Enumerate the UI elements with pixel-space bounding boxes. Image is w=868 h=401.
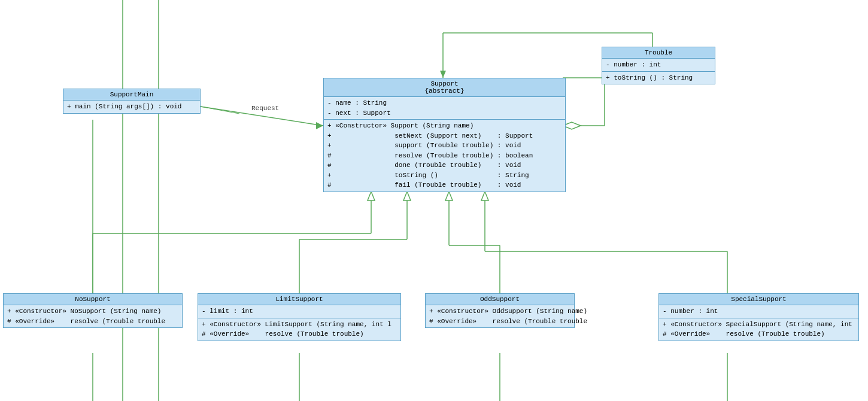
oddsupport-class-box: OddSupport + «Constructor» OddSupport (S… (425, 293, 575, 328)
supportmain-class-name: SupportMain (110, 91, 154, 98)
support-method-2: + setNext (Support next) : Support (327, 131, 562, 141)
support-attr-2: - next : Support (327, 108, 562, 119)
support-methods: + «Constructor» Support (String name) + … (324, 120, 565, 192)
trouble-methods: + toString () : String (602, 72, 715, 84)
limitsupport-class-name: LimitSupport (275, 296, 323, 303)
limitsupport-attributes: - limit : int (198, 305, 400, 318)
nosupport-method-2: # «Override» resolve (Trouble trouble (7, 317, 178, 327)
supportmain-class-box: SupportMain + main (String args[]) : voi… (63, 89, 201, 114)
specialsupport-attr-1: - number : int (663, 306, 855, 317)
svg-marker-24 (445, 192, 453, 200)
oddsupport-method-2: # «Override» resolve (Trouble trouble (429, 317, 570, 327)
specialsupport-method-2: # «Override» resolve (Trouble trouble) (663, 329, 855, 339)
specialsupport-methods: + «Constructor» SpecialSupport (String n… (659, 318, 858, 341)
svg-marker-20 (403, 192, 411, 200)
support-class-stereotype: {abstract} (424, 87, 464, 95)
limitsupport-attr-1: - limit : int (202, 306, 397, 317)
support-attributes: - name : String - next : Support (324, 97, 565, 120)
trouble-class-name: Trouble (645, 49, 672, 56)
limitsupport-method-2: # «Override» resolve (Trouble trouble) (202, 329, 397, 339)
limitsupport-class-box: LimitSupport - limit : int + «Constructo… (198, 293, 401, 341)
connections-svg (0, 0, 868, 401)
uml-diagram: Trouble - number : int + toString () : S… (0, 0, 868, 401)
specialsupport-method-1: + «Constructor» SpecialSupport (String n… (663, 320, 855, 330)
svg-marker-7 (316, 122, 323, 129)
request-label: Request (251, 105, 279, 112)
nosupport-class-title: NoSupport (4, 294, 182, 305)
oddsupport-methods: + «Constructor» OddSupport (String name)… (426, 305, 574, 327)
nosupport-class-name: NoSupport (75, 296, 110, 303)
specialsupport-class-title: SpecialSupport (659, 294, 858, 305)
trouble-attributes: - number : int (602, 59, 715, 72)
trouble-class-title: Trouble (602, 47, 715, 59)
oddsupport-class-title: OddSupport (426, 294, 574, 305)
trouble-attr-1: - number : int (606, 60, 711, 70)
specialsupport-attributes: - number : int (659, 305, 858, 318)
trouble-class-box: Trouble - number : int + toString () : S… (602, 47, 715, 84)
svg-line-34 (201, 107, 239, 114)
specialsupport-class-box: SpecialSupport - number : int + «Constru… (658, 293, 859, 341)
oddsupport-method-1: + «Constructor» OddSupport (String name) (429, 306, 570, 317)
limitsupport-method-1: + «Constructor» LimitSupport (String nam… (202, 320, 397, 330)
supportmain-methods: + main (String args[]) : void (63, 101, 200, 113)
support-method-6: + toString () : String (327, 171, 562, 181)
nosupport-class-box: NoSupport + «Constructor» NoSupport (Str… (3, 293, 183, 328)
trouble-method-1: + toString () : String (606, 73, 711, 83)
limitsupport-class-title: LimitSupport (198, 294, 400, 305)
nosupport-method-1: + «Constructor» NoSupport (String name) (7, 306, 178, 317)
supportmain-class-title: SupportMain (63, 89, 200, 101)
support-class-box: Support {abstract} - name : String - nex… (323, 78, 566, 192)
nosupport-methods: + «Constructor» NoSupport (String name) … (4, 305, 182, 327)
limitsupport-methods: + «Constructor» LimitSupport (String nam… (198, 318, 400, 341)
support-class-name: Support (430, 80, 458, 87)
support-class-title: Support {abstract} (324, 78, 565, 97)
specialsupport-class-name: SpecialSupport (731, 296, 786, 303)
support-method-3: + support (Trouble trouble) : void (327, 141, 562, 151)
svg-marker-28 (481, 192, 488, 200)
support-method-4: # resolve (Trouble trouble) : boolean (327, 151, 562, 161)
svg-marker-5 (440, 71, 446, 78)
support-method-5: # done (Trouble trouble) : void (327, 160, 562, 171)
svg-marker-16 (368, 192, 375, 200)
supportmain-method-1: + main (String args[]) : void (67, 102, 196, 112)
support-method-7: # fail (Trouble trouble) : void (327, 180, 562, 190)
support-attr-1: - name : String (327, 98, 562, 108)
support-method-1: + «Constructor» Support (String name) (327, 121, 562, 131)
oddsupport-class-name: OddSupport (480, 296, 520, 303)
